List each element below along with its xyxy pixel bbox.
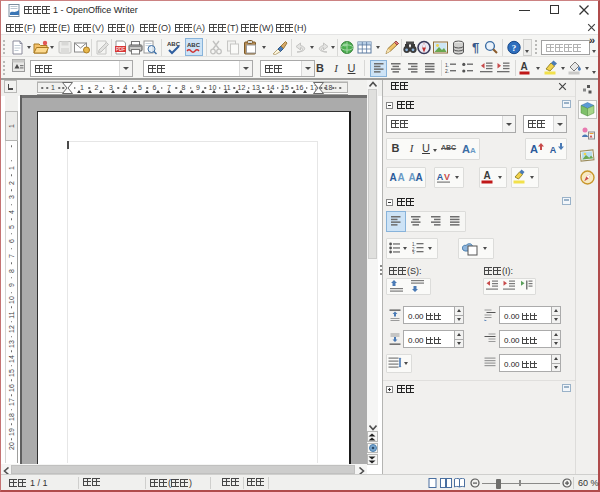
svg-text:3.: 3.: [412, 251, 416, 255]
svg-text:PDF: PDF: [116, 47, 125, 52]
svg-text:A: A: [483, 170, 490, 181]
svg-text:A: A: [462, 143, 470, 155]
svg-text:A: A: [415, 172, 422, 183]
svg-text:A: A: [397, 172, 404, 183]
svg-text:A: A: [550, 145, 557, 155]
svg-text:1.: 1.: [445, 62, 449, 68]
svg-text:?: ?: [512, 43, 517, 53]
svg-text:A: A: [520, 61, 527, 72]
svg-text:2.: 2.: [445, 68, 449, 74]
svg-text:A: A: [470, 146, 476, 155]
svg-text:A: A: [389, 172, 396, 183]
svg-text:A: A: [530, 143, 538, 155]
svg-text:ABC: ABC: [187, 42, 201, 48]
svg-text:V: V: [444, 172, 450, 182]
svg-text:A: A: [437, 172, 444, 182]
